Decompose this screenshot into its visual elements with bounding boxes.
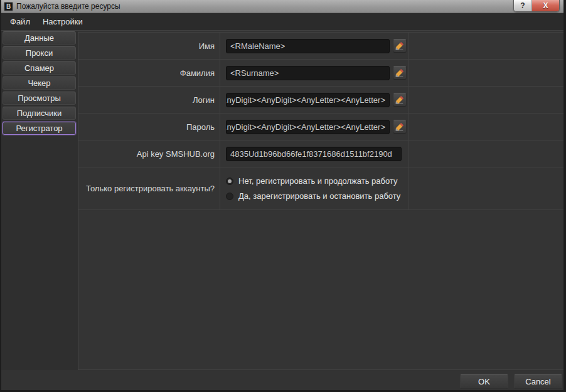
close-button[interactable]: X <box>532 0 559 11</box>
sidebar-item-spamer[interactable]: Спамер <box>3 61 76 75</box>
password-input[interactable]: <AnyDigit><AnyDigit><AnyLetter><AnyLette… <box>226 120 390 134</box>
sidebar-item-registrator[interactable]: Регистратор <box>3 122 76 135</box>
pencil-icon <box>395 95 404 104</box>
pencil-icon <box>395 122 404 131</box>
sidebar-item-proksi[interactable]: Прокси <box>3 46 76 60</box>
form-row-register-only: Только регистрировать аккаунты? Нет, рег… <box>78 167 563 210</box>
password-label: Пароль <box>78 114 220 140</box>
surname-edit-button[interactable] <box>393 66 407 80</box>
name-input[interactable]: <RMaleName> <box>226 39 390 53</box>
form-row-password: Пароль <AnyDigit><AnyDigit><AnyLetter><A… <box>78 114 563 140</box>
pencil-icon <box>395 68 404 77</box>
window-title: Пожалуйста введите ресурсы <box>16 2 120 11</box>
name-label: Имя <box>78 33 220 59</box>
apikey-input[interactable]: 4835Ud1b96bd66fe1f8371686d1511bf2190d <box>226 147 402 161</box>
cancel-button[interactable]: Cancel <box>514 374 562 389</box>
login-label: Логин <box>78 87 220 113</box>
question-mark-icon: ? <box>520 1 525 10</box>
menu-item-file[interactable]: Файл <box>4 13 36 30</box>
radio-option-yes-label: Да, зарегистрировать и остановить работу <box>238 191 400 201</box>
radio-icon <box>226 177 233 185</box>
surname-input[interactable]: <RSurname> <box>226 66 390 80</box>
login-input[interactable]: <AnyDigit><AnyDigit><AnyLetter><AnyLette… <box>226 93 390 107</box>
pencil-icon <box>395 41 404 50</box>
sidebar-item-prosmotry[interactable]: Просмотры <box>3 92 76 105</box>
dialog-footer: OK Cancel <box>1 370 563 390</box>
apikey-label: Api key SMSHUB.org <box>78 140 220 167</box>
caption-buttons: ? X <box>513 0 560 12</box>
login-edit-button[interactable] <box>393 93 407 107</box>
radio-icon <box>226 193 233 200</box>
radio-option-yes[interactable]: Да, зарегистрировать и остановить работу <box>226 191 408 201</box>
sidebar-item-dannye[interactable]: Данные <box>3 31 76 45</box>
b-logo-icon: B <box>4 2 13 11</box>
sidebar-item-cheker[interactable]: Чекер <box>3 77 76 90</box>
ok-button[interactable]: OK <box>460 374 508 389</box>
form-row-surname: Фамилия <RSurname> <box>78 60 563 87</box>
form-row-name: Имя <RMaleName> <box>78 33 563 60</box>
menu-item-settings[interactable]: Настройки <box>36 13 89 30</box>
sidebar-item-podpischiki[interactable]: Подписчики <box>3 107 76 120</box>
app-window: B Пожалуйста введите ресурсы ? X Файл На… <box>0 0 566 392</box>
x-icon: X <box>543 1 548 10</box>
sidebar: Данные Прокси Спамер Чекер Просмотры Под… <box>1 31 78 390</box>
form-row-login: Логин <AnyDigit><AnyDigit><AnyLetter><An… <box>78 87 563 114</box>
register-only-label: Только регистрировать аккаунты? <box>78 167 220 209</box>
password-edit-button[interactable] <box>393 120 407 134</box>
radio-option-no-label: Нет, регистрировать и продолжать работу <box>238 176 397 186</box>
register-only-options: Нет, регистрировать и продолжать работу … <box>220 167 408 209</box>
name-edit-button[interactable] <box>393 39 407 53</box>
form-row-apikey: Api key SMSHUB.org 4835Ud1b96bd66fe1f837… <box>78 140 563 167</box>
main-area: Данные Прокси Спамер Чекер Просмотры Под… <box>1 31 563 390</box>
titlebar[interactable]: B Пожалуйста введите ресурсы ? X <box>1 0 563 13</box>
menubar: Файл Настройки <box>1 13 563 31</box>
help-button[interactable]: ? <box>514 0 532 11</box>
registrator-form: Имя <RMaleName> Фамилия <box>78 32 563 370</box>
empty-form-area <box>78 210 563 370</box>
surname-label: Фамилия <box>78 60 220 86</box>
radio-option-no[interactable]: Нет, регистрировать и продолжать работу <box>226 176 408 186</box>
